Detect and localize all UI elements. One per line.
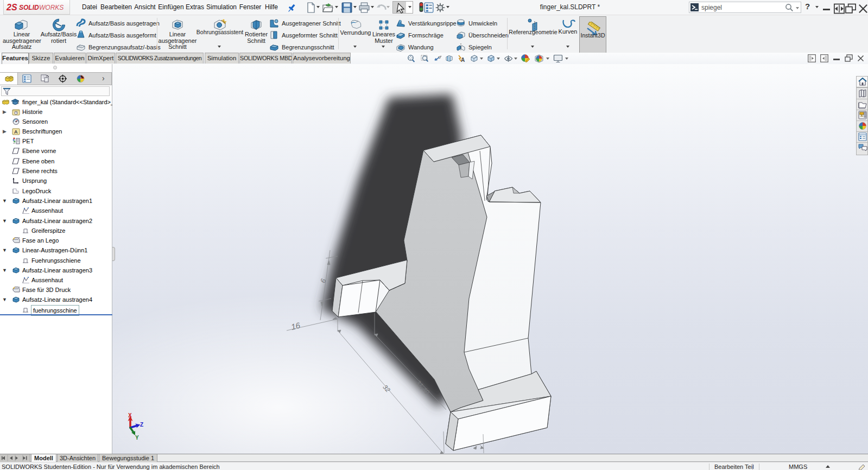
- svg-text:32: 32: [381, 383, 392, 394]
- svg-text:Y: Y: [135, 435, 139, 441]
- svg-text:A: A: [461, 57, 465, 63]
- svg-text:SOLID: SOLID: [19, 4, 39, 11]
- svg-text:6: 6: [319, 277, 328, 284]
- svg-text:16: 16: [290, 320, 301, 332]
- svg-text:WORKS: WORKS: [39, 4, 64, 11]
- svg-text:Z: Z: [140, 422, 143, 428]
- svg-text:X: X: [128, 412, 132, 418]
- svg-text:2S: 2S: [6, 3, 17, 12]
- svg-text:A: A: [14, 129, 18, 135]
